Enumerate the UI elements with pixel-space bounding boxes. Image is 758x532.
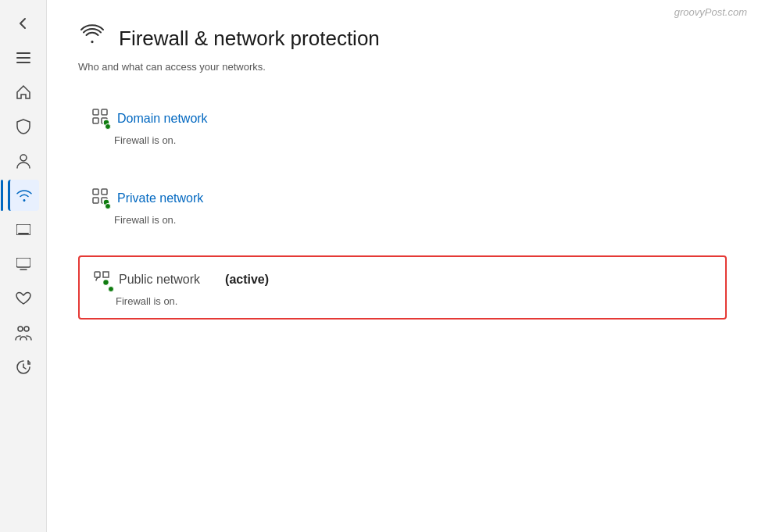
svg-point-21 [103, 280, 109, 286]
svg-rect-17 [102, 189, 107, 195]
public-network-header: Public network (active) [92, 268, 713, 291]
svg-rect-12 [102, 109, 107, 115]
domain-network-icon [91, 107, 109, 130]
sidebar-item-health[interactable] [8, 283, 39, 314]
public-network-active-badge: (active) [225, 273, 269, 287]
svg-rect-15 [93, 189, 98, 195]
svg-rect-6 [16, 258, 30, 267]
domain-network-header: Domain network [91, 107, 714, 130]
private-network-status: Firewall is on. [114, 214, 714, 226]
public-active-dot [108, 286, 114, 292]
page-title: Firewall & network protection [119, 27, 380, 51]
public-network-name: Public network [119, 273, 200, 287]
svg-rect-2 [16, 62, 30, 63]
svg-rect-5 [18, 233, 29, 234]
page-subtitle: Who and what can access your networks. [78, 61, 727, 73]
sidebar-item-account[interactable] [8, 145, 39, 177]
sidebar-item-home[interactable] [8, 77, 39, 108]
svg-point-8 [18, 327, 23, 331]
sidebar-item-family[interactable] [8, 317, 39, 348]
svg-rect-0 [16, 52, 30, 54]
domain-network-name: Domain network [117, 112, 208, 126]
public-network-status: Firewall is on. [116, 295, 713, 307]
private-network-icon [91, 187, 109, 209]
main-content: Firewall & network protection Who and wh… [47, 0, 758, 532]
svg-point-3 [20, 155, 27, 161]
domain-network-item[interactable]: Domain network Firewall is on. [78, 96, 727, 157]
sidebar-item-history[interactable] [8, 352, 39, 383]
private-network-name: Private network [117, 191, 203, 205]
public-network-icon [92, 268, 111, 291]
sidebar-item-back[interactable] [8, 8, 39, 39]
page-header: Firewall & network protection [78, 23, 727, 53]
sidebar-item-apps[interactable] [8, 214, 39, 245]
svg-rect-10 [93, 109, 98, 115]
svg-rect-20 [95, 272, 100, 277]
svg-rect-1 [16, 57, 30, 59]
firewall-header-icon [78, 23, 106, 53]
public-network-item[interactable]: Public network (active) Firewall is on. [78, 255, 727, 320]
private-network-header: Private network [91, 187, 714, 209]
sidebar-item-shield[interactable] [8, 111, 39, 142]
sidebar-item-network[interactable] [8, 180, 39, 211]
domain-active-dot [105, 123, 111, 130]
svg-point-9 [24, 327, 29, 331]
private-network-item[interactable]: Private network Firewall is on. [78, 176, 727, 237]
domain-network-status: Firewall is on. [114, 134, 714, 146]
svg-rect-16 [93, 198, 98, 203]
sidebar-item-device[interactable] [8, 248, 39, 280]
watermark: groovyPost.com [674, 6, 747, 18]
svg-rect-11 [93, 118, 98, 123]
sidebar-item-menu[interactable] [8, 42, 39, 73]
sidebar [0, 0, 47, 532]
private-active-dot [105, 203, 111, 209]
